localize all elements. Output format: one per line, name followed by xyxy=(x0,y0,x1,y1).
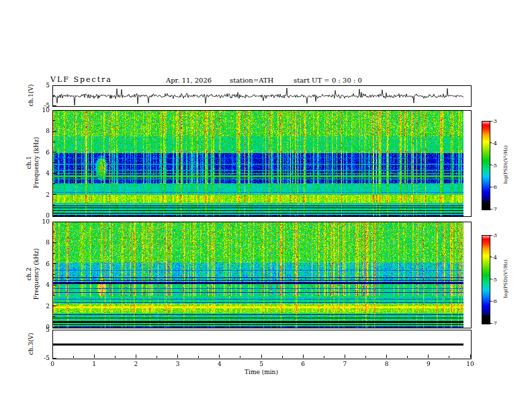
x-minor-tick-mark xyxy=(449,356,449,358)
ch2-frequency-axis-channel: ch.2 xyxy=(26,248,33,300)
y-tick-mark xyxy=(53,306,56,306)
station-label: station=ATH xyxy=(230,77,273,84)
y-tick-mark xyxy=(53,152,56,152)
y-tick-label: 10 xyxy=(42,107,50,113)
colorbar-tick-label: -6 xyxy=(492,184,497,190)
ch2-colorbar xyxy=(482,235,490,324)
y-tick-mark xyxy=(53,330,56,330)
x-tick-mark xyxy=(303,355,304,358)
colorbar-tick-mark xyxy=(490,257,492,257)
x-tick-label: 0 xyxy=(50,361,54,367)
ch1-frequency-axis-text: Frequency (kHz) xyxy=(33,137,40,189)
x-tick-label: 6 xyxy=(301,361,305,367)
y-tick-label: 2 xyxy=(46,191,50,198)
y-tick-mark xyxy=(53,105,56,106)
y-minor-tick-mark xyxy=(53,295,55,295)
colorbar-tick-mark xyxy=(490,209,492,210)
y-minor-tick-mark xyxy=(53,163,55,163)
x-tick-mark xyxy=(386,355,387,358)
y-tick-mark xyxy=(53,194,56,195)
y-tick-label: 5 xyxy=(46,326,50,333)
ch1-spectrogram-panel xyxy=(52,110,472,217)
y-tick-mark xyxy=(53,173,56,174)
y-tick-label: 6 xyxy=(46,261,50,267)
colorbar-tick-mark xyxy=(490,142,492,143)
y-tick-mark xyxy=(53,327,56,328)
ch1-waveform-plot xyxy=(53,86,463,106)
time-axis-label: Time (min) xyxy=(245,369,278,375)
y-tick-label: 2 xyxy=(46,303,50,310)
y-tick-mark xyxy=(53,285,56,285)
colorbar-tick-label: -6 xyxy=(492,298,497,304)
vlf-spectra-figure: VLF Spectra Apr. 11, 2026 station=ATH st… xyxy=(0,0,532,411)
x-minor-tick-mark xyxy=(73,356,74,358)
colorbar-tick-mark xyxy=(490,165,492,165)
ch2-spectrogram-plot xyxy=(53,222,463,328)
x-tick-label: 3 xyxy=(176,361,180,367)
ch1-colorbar-label: log(PSD)(V²/Hz) xyxy=(503,146,508,184)
x-minor-tick-mark xyxy=(240,356,240,358)
x-tick-label: 5 xyxy=(259,361,263,367)
x-tick-mark xyxy=(470,355,471,358)
x-tick-mark xyxy=(345,355,345,358)
y-minor-tick-mark xyxy=(53,183,55,184)
colorbar-tick-label: -3 xyxy=(492,232,497,238)
y-tick-label: 4 xyxy=(46,281,50,288)
x-tick-label: 7 xyxy=(343,361,347,367)
colorbar-tick-label: -5 xyxy=(492,162,497,168)
x-minor-tick-mark xyxy=(282,356,283,358)
y-tick-mark xyxy=(53,85,56,86)
ch3-waveform-panel xyxy=(52,330,472,359)
ch1-frequency-axis-label: ch.1 Frequency (kHz) xyxy=(26,137,40,189)
y-tick-label: 5 xyxy=(46,82,50,89)
y-minor-tick-mark xyxy=(53,120,55,121)
ch2-frequency-axis-label: ch.2 Frequency (kHz) xyxy=(26,248,40,300)
ch1-waveform-panel xyxy=(52,85,472,107)
x-minor-tick-mark xyxy=(365,356,366,358)
colorbar-tick-label: -4 xyxy=(492,140,497,146)
y-tick-label: 10 xyxy=(42,218,50,225)
ch2-colorbar-label: log(PSD)(V²/Hz) xyxy=(503,260,508,298)
x-tick-label: 4 xyxy=(218,361,222,367)
y-tick-label: 8 xyxy=(46,128,50,134)
x-tick-label: 1 xyxy=(92,361,96,367)
y-minor-tick-mark xyxy=(53,232,55,232)
x-tick-label: 8 xyxy=(385,361,389,367)
x-tick-mark xyxy=(177,355,178,358)
x-tick-mark xyxy=(136,355,136,358)
y-tick-label: 6 xyxy=(46,149,50,156)
y-tick-mark xyxy=(53,242,56,243)
y-tick-label: 8 xyxy=(46,239,50,246)
ch1-frequency-axis-channel: ch.1 xyxy=(26,137,33,189)
ch2-frequency-axis-text: Frequency (kHz) xyxy=(33,248,40,300)
y-tick-mark xyxy=(53,131,56,132)
y-minor-tick-mark xyxy=(53,274,55,275)
colorbar-tick-mark xyxy=(490,235,492,236)
x-tick-label: 9 xyxy=(427,361,431,367)
y-minor-tick-mark xyxy=(53,95,55,96)
x-tick-label: 2 xyxy=(134,361,138,367)
y-minor-tick-mark xyxy=(53,205,55,205)
x-minor-tick-mark xyxy=(157,356,157,358)
y-tick-label: -5 xyxy=(44,355,50,361)
ch2-spectrogram-panel xyxy=(52,222,472,328)
colorbar-tick-label: -5 xyxy=(492,276,497,282)
colorbar-tick-mark xyxy=(490,301,492,302)
colorbar-tick-label: -7 xyxy=(492,206,497,212)
colorbar-tick-label: -4 xyxy=(492,254,497,260)
y-tick-label: 4 xyxy=(46,170,50,177)
x-minor-tick-mark xyxy=(324,356,324,358)
ch1-voltage-axis-label: ch.1(V) xyxy=(28,85,35,107)
x-tick-mark xyxy=(428,355,429,358)
y-tick-mark xyxy=(53,263,56,264)
y-tick-mark xyxy=(53,358,56,359)
y-minor-tick-mark xyxy=(53,142,55,142)
colorbar-tick-label: -3 xyxy=(492,118,497,124)
y-tick-mark xyxy=(53,216,56,216)
ch1-colorbar xyxy=(482,121,490,210)
colorbar-tick-mark xyxy=(490,323,492,324)
x-minor-tick-mark xyxy=(407,356,408,358)
x-tick-mark xyxy=(219,355,220,358)
x-tick-mark xyxy=(94,355,95,358)
start-ut-label: start UT = 0 : 30 : 0 xyxy=(294,77,362,84)
